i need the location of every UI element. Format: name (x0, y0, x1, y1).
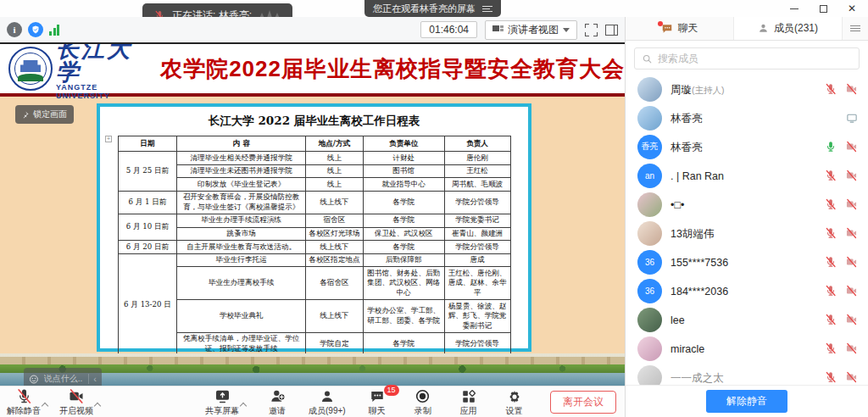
mic-muted-icon (825, 83, 837, 95)
layout-menu-icon[interactable] (482, 6, 492, 12)
side-panel-icon[interactable] (605, 25, 618, 36)
network-signal-icon[interactable] (49, 25, 59, 36)
member-row[interactable]: 一一成之太 (626, 363, 868, 385)
cell-method: 线上线下 (305, 300, 363, 333)
invite-icon (270, 388, 286, 404)
bottom-toolbar: 解除静音 开启视频 共享屏幕 邀请 (0, 386, 625, 417)
member-row[interactable]: 林香亮 (626, 103, 868, 132)
chevron-down-icon (563, 28, 570, 36)
info-icon[interactable]: i (7, 22, 22, 37)
member-list: 周璇(主持人) 林香亮 香亮 林香亮 (626, 75, 868, 385)
avatar (637, 192, 662, 217)
cell-content: 自主开展毕业生教育与欢送活动。 (177, 241, 306, 254)
chat-unread-badge: 15 (384, 385, 399, 396)
tab-members[interactable]: 成员(231) (734, 17, 843, 40)
mic-options-chevron[interactable] (42, 403, 48, 409)
cell-date: 5 月 25 日前 (118, 152, 177, 192)
table-row: 6 月 13-20 日 毕业生行李托运 各校区指定地点 后勤保障部 唐成 (118, 253, 510, 267)
maximize-button[interactable] (812, 2, 834, 15)
window-controls: ✕ (783, 2, 863, 15)
presentation-body: 锁定画面 + 长江大学 2022 届毕业生离校工作日程表 日期 内 容 地点/方… (0, 100, 625, 355)
presentation-header: 长江大学 YANGTZE UNIVERSITY 农学院2022届毕业生离校指导暨… (0, 44, 625, 97)
cell-unit: 各学院 (363, 214, 444, 227)
fullscreen-icon[interactable] (585, 24, 598, 36)
table-header-row: 日期 内 容 地点/方式 负责单位 负责人 (118, 136, 510, 152)
camera-off-icon (845, 141, 858, 153)
sidebar: 聊天 成员(231) 周璇(主持人) (625, 17, 868, 417)
tab-chat[interactable]: 聊天 (626, 17, 734, 40)
member-row[interactable]: miracle (626, 334, 868, 363)
cell-content: 跳蚤市场 (177, 227, 306, 241)
meeting-banner-title: 农学院2022届毕业生离校指导暨安全教育大会 (160, 54, 625, 84)
mic-muted-icon (825, 371, 837, 383)
member-row[interactable]: 13胡端伟 (626, 219, 868, 247)
cell-date: 6 月 10 日前 (118, 214, 177, 240)
cell-content: 印制发放《毕业生登记表》 (177, 178, 306, 192)
cell-unit: 图书馆 (363, 164, 444, 178)
record-button[interactable]: 录制 (409, 388, 437, 417)
smiley-icon[interactable] (29, 374, 39, 385)
members-tab-icon (758, 23, 769, 34)
unmute-button[interactable]: 解除静音 (7, 388, 41, 417)
schedule-table-title: 长江大学 2022 届毕业生离校工作日程表 (108, 114, 520, 129)
meeting-timer: 01:46:04 (420, 21, 477, 38)
share-screen-button[interactable]: 共享屏幕 (205, 388, 239, 417)
invite-button[interactable]: 邀请 (263, 388, 292, 417)
cell-date: 6 月 13-20 日 (118, 253, 177, 355)
cell-person: 王红松、唐伦刚、唐成、赵林、余华平 (444, 267, 510, 300)
video-options-chevron[interactable] (94, 403, 101, 409)
view-selector-label: 演讲者视图 (508, 23, 559, 37)
start-video-button[interactable]: 开启视频 (59, 388, 93, 417)
apps-icon (461, 388, 476, 404)
view-selector[interactable]: 演讲者视图 (485, 20, 577, 40)
cell-unit: 计财处 (363, 152, 444, 165)
avatar: 香亮 (637, 135, 662, 159)
cell-content: 毕业生办理手续流程演练 (177, 214, 306, 227)
sidebar-unmute-button[interactable]: 解除静音 (706, 390, 787, 413)
cell-method: 线上线下 (305, 241, 363, 254)
shield-icon[interactable] (28, 22, 43, 37)
minimize-button[interactable] (783, 2, 805, 15)
table-row: 6 月 1 日前 召开安全教育班会，开展疫情防控教育，与毕业生签订《离校温馨提示… (118, 191, 510, 214)
chat-button[interactable]: 聊天 15 (363, 388, 392, 417)
leave-meeting-button[interactable]: 离开会议 (550, 391, 616, 414)
member-row[interactable]: 36 155****7536 (626, 247, 868, 276)
member-row[interactable]: 香亮 林香亮 (626, 132, 868, 161)
close-button[interactable]: ✕ (841, 2, 863, 15)
table-row: 跳蚤市场 各校区灯光球场 保卫处、武汉校区 崔青山、颜建洲 (118, 227, 510, 241)
member-row[interactable]: an . | Ran Ran (626, 161, 868, 190)
search-input[interactable] (658, 53, 852, 64)
camera-off-icon (845, 342, 858, 354)
avatar: 36 (637, 279, 662, 303)
camera-off-icon (845, 285, 858, 297)
avatar (637, 365, 662, 386)
cell-content: 毕业生办理离校手续 (177, 267, 306, 300)
settings-button[interactable]: 设置 (500, 388, 529, 417)
university-emblem-icon (8, 47, 53, 91)
hamburger-menu-icon[interactable] (843, 17, 868, 40)
cell-content: 凭离校手续清单，办理毕业证、学位证、报到证等发放手续 (177, 332, 306, 355)
cell-unit: 图书馆、财务处、后勤集团、武汉校区、网络中心 (363, 267, 444, 300)
collapse-arrow-icon[interactable]: ‹ (88, 374, 97, 384)
avatar (637, 221, 662, 246)
cell-unit: 保卫处、武汉校区 (363, 227, 444, 241)
cell-method: 各宿舍区 (305, 267, 363, 300)
quick-chat-input[interactable]: 说点什么.... (44, 373, 84, 385)
member-row[interactable]: lee (626, 305, 868, 334)
cell-method: 各校区灯光球场 (305, 227, 363, 241)
mic-muted-icon (825, 256, 837, 268)
member-row[interactable]: •□• (626, 190, 868, 219)
cell-date: 6 月 1 日前 (118, 191, 177, 214)
apps-button[interactable]: 应用 (454, 388, 483, 417)
sidebar-footer: 解除静音 (626, 385, 868, 417)
share-options-chevron[interactable] (240, 403, 247, 409)
member-row[interactable]: 36 184****2036 (626, 276, 868, 305)
chat-tab-icon (661, 23, 673, 35)
cell-unit: 各学院 (363, 191, 444, 214)
cell-method: 学院自定 (305, 332, 363, 355)
university-name-zh: 长江大学 (56, 44, 145, 83)
member-row[interactable]: 周璇(主持人) (626, 75, 868, 103)
members-button[interactable]: 成员(99+) (309, 388, 346, 417)
avatar (637, 308, 662, 332)
cell-unit: 就业指导中心 (363, 178, 444, 192)
